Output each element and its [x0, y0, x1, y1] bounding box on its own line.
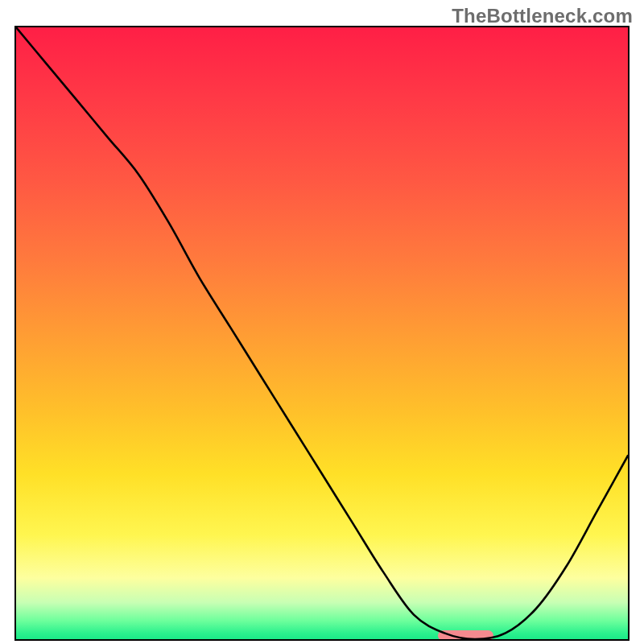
- watermark-text: TheBottleneck.com: [452, 5, 633, 27]
- bottleneck-chart: [14, 26, 630, 641]
- bottleneck-curve: [16, 27, 628, 639]
